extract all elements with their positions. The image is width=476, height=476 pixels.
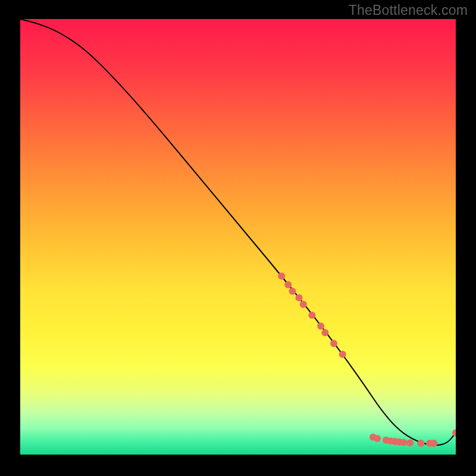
highlight-point [430,440,437,447]
highlight-point [321,329,328,336]
highlight-point [330,340,337,347]
highlight-point [339,351,346,358]
highlight-point [317,322,324,330]
highlight-point [406,439,414,446]
highlight-point [289,288,296,295]
highlight-point [284,281,292,289]
highlight-point [278,273,285,280]
bottleneck-chart [20,19,456,455]
highlight-point [300,301,307,308]
chart-stage: TheBottleneck.com [0,0,476,476]
highlight-point [400,439,407,446]
highlight-point [417,440,424,447]
plot-area [20,19,456,455]
highlight-point [308,312,315,319]
highlight-point [374,435,381,442]
gradient-background [20,19,456,455]
watermark-text: TheBottleneck.com [349,2,468,18]
highlight-point [296,295,303,302]
